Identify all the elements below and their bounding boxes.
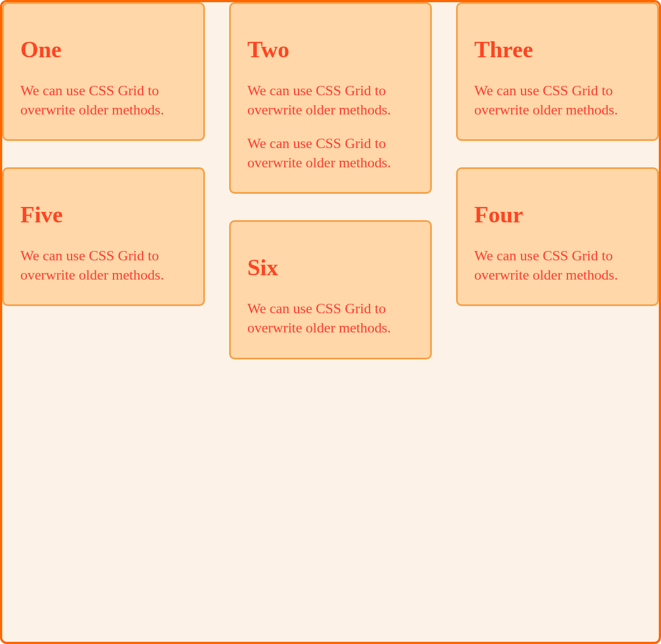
grid-container: One We can use CSS Grid to overwrite old… — [0, 0, 661, 644]
card-five: Five We can use CSS Grid to overwrite ol… — [2, 167, 205, 306]
card-three: Three We can use CSS Grid to overwrite o… — [456, 2, 659, 141]
column-wrapper: One We can use CSS Grid to overwrite old… — [2, 2, 659, 386]
card-title: Four — [474, 203, 641, 226]
card-text: We can use CSS Grid to overwrite older m… — [474, 246, 641, 285]
card-title: Three — [474, 38, 641, 61]
card-six: Six We can use CSS Grid to overwrite old… — [229, 220, 432, 359]
card-text: We can use CSS Grid to overwrite older m… — [474, 81, 641, 119]
card-text: We can use CSS Grid to overwrite older m… — [247, 81, 414, 119]
card-text: We can use CSS Grid to overwrite older m… — [20, 246, 187, 285]
card-text: We can use CSS Grid to overwrite older m… — [247, 299, 414, 337]
card-one: One We can use CSS Grid to overwrite old… — [2, 2, 205, 141]
card-text: We can use CSS Grid to overwrite older m… — [20, 81, 187, 119]
card-text: We can use CSS Grid to overwrite older m… — [247, 134, 414, 172]
card-title: Five — [20, 203, 187, 226]
card-title: One — [20, 38, 187, 61]
card-title: Six — [247, 256, 414, 279]
card-two: Two We can use CSS Grid to overwrite old… — [229, 2, 432, 194]
card-four: Four We can use CSS Grid to overwrite ol… — [456, 167, 659, 306]
card-title: Two — [247, 38, 414, 61]
